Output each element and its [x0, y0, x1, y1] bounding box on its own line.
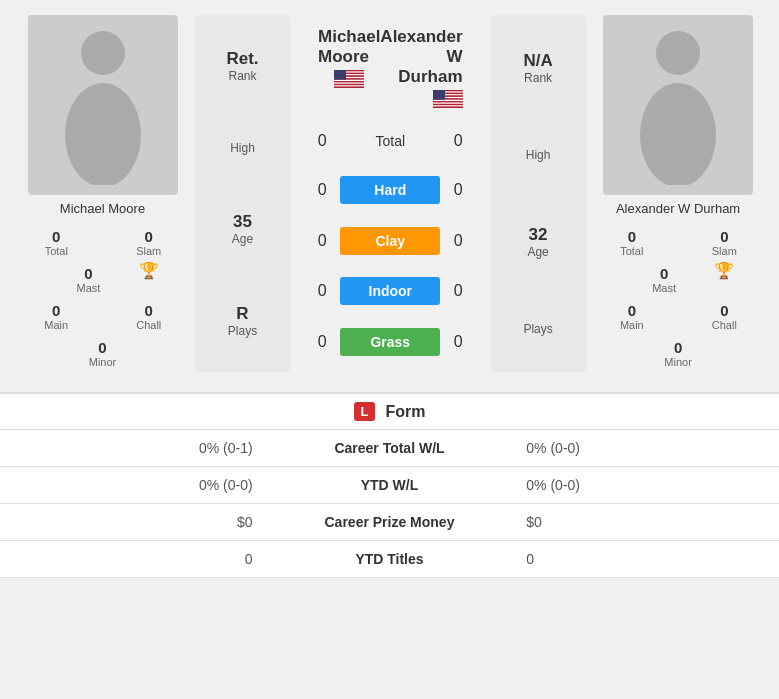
clay-button[interactable]: Clay [340, 227, 440, 255]
player1-silhouette [53, 25, 153, 185]
svg-rect-14 [334, 87, 364, 88]
svg-rect-9 [334, 80, 364, 81]
player1-main-box: 0 Main [10, 298, 103, 335]
center-panel: Ret. Rank High 35 Age R Plays Michael Mo… [195, 15, 586, 372]
svg-point-31 [640, 83, 716, 185]
grass-p1-score: 0 [312, 333, 332, 351]
player2-rank-value: N/A [523, 51, 552, 71]
svg-rect-26 [433, 104, 463, 105]
player1-minor-box: 0 Minor [56, 335, 149, 372]
player1-high-label: High [230, 141, 255, 155]
hard-p1-score: 0 [312, 181, 332, 199]
player1-photo [28, 15, 178, 195]
indoor-p2-score: 0 [448, 282, 468, 300]
svg-point-30 [656, 31, 700, 75]
svg-rect-25 [433, 103, 463, 104]
indoor-button[interactable]: Indoor [340, 277, 440, 305]
prize-p2: $0 [506, 504, 779, 541]
svg-rect-23 [433, 100, 463, 101]
player1-chall-box: 0 Chall [103, 298, 196, 335]
player2-name-header: Alexander W Durham [380, 27, 462, 108]
player1-center-name: Michael Moore [318, 27, 380, 67]
player2-chall-label: Chall [712, 319, 737, 331]
player1-rank-label: Rank [228, 69, 256, 83]
player2-rank-label: Rank [524, 71, 552, 85]
prize-row: $0 Career Prize Money $0 [0, 504, 779, 541]
player1-age-item: 35 Age [232, 212, 253, 246]
svg-rect-13 [334, 85, 364, 86]
prize-p1: $0 [0, 504, 273, 541]
player1-age-label: Age [232, 232, 253, 246]
grass-button[interactable]: Grass [340, 328, 440, 356]
ytd-wl-p2: 0% (0-0) [506, 467, 779, 504]
player2-high-item: High [526, 148, 551, 162]
player2-minor-value: 0 [674, 339, 682, 356]
surface-panel: Michael Moore [298, 15, 483, 372]
trophy-icon: 🏆 [139, 261, 159, 280]
player2-flag [433, 90, 463, 108]
titles-label: YTD Titles [273, 541, 507, 578]
player1-main-value: 0 [52, 302, 60, 319]
player1-chall-value: 0 [145, 302, 153, 319]
indoor-row: 0 Indoor 0 [298, 277, 483, 305]
player2-plays-label: Plays [523, 322, 552, 336]
titles-row: 0 YTD Titles 0 [0, 541, 779, 578]
hard-button[interactable]: Hard [340, 176, 440, 204]
svg-rect-10 [334, 81, 364, 82]
player1-plays-value: R [236, 304, 248, 324]
career-wl-label: Career Total W/L [273, 430, 507, 467]
player1-plays-label: Plays [228, 324, 257, 338]
grass-p2-score: 0 [448, 333, 468, 351]
player2-plays-item: Plays [523, 322, 552, 336]
player2-stats-panel: N/A Rank High 32 Age Plays [491, 15, 586, 372]
player1-minor-label: Minor [89, 356, 117, 368]
player1-main-label: Main [44, 319, 68, 331]
career-wl-p2: 0% (0-0) [506, 430, 779, 467]
player2-age-item: 32 Age [527, 225, 548, 259]
total-row: 0 Total 0 [298, 132, 483, 150]
player1-flag [334, 70, 364, 88]
player2-total-box: 0 Total [586, 224, 679, 261]
player2-chall-value: 0 [720, 302, 728, 319]
total-p2-score: 0 [448, 132, 468, 150]
form-badge: L [354, 402, 376, 421]
player2-main-label: Main [620, 319, 644, 331]
player2-silhouette [628, 25, 728, 185]
svg-rect-11 [334, 83, 364, 84]
clay-p1-score: 0 [312, 232, 332, 250]
svg-rect-12 [334, 84, 364, 85]
form-table: 0% (0-1) Career Total W/L 0% (0-0) 0% (0… [0, 430, 779, 578]
player1-mast-box: 0 Mast [42, 261, 135, 298]
svg-point-0 [81, 31, 125, 75]
player1-age-value: 35 [233, 212, 252, 232]
player1-slam-box: 0 Slam [103, 224, 196, 261]
player1-total-value: 0 [52, 228, 60, 245]
clay-row: 0 Clay 0 [298, 227, 483, 255]
player2-high-label: High [526, 148, 551, 162]
player2-trophy-box: 🏆 [710, 261, 738, 298]
clay-p2-score: 0 [448, 232, 468, 250]
player2-minor-label: Minor [664, 356, 692, 368]
svg-point-1 [65, 83, 141, 185]
player2-total-value: 0 [628, 228, 636, 245]
player1-name-header: Michael Moore [318, 27, 380, 88]
player1-stats: 0 Total 0 Slam 0 Mast 🏆 0 Main 0 Chall [10, 224, 195, 372]
total-p1-score: 0 [312, 132, 332, 150]
trophy2-icon: 🏆 [714, 261, 734, 280]
player2-slam-value: 0 [720, 228, 728, 245]
player1-name: Michael Moore [60, 201, 145, 216]
player1-rank-value: Ret. [226, 49, 258, 69]
player1-rank-item: Ret. Rank [226, 49, 258, 83]
player2-minor-box: 0 Minor [632, 335, 725, 372]
player1-slam-label: Slam [136, 245, 161, 257]
ytd-wl-label: YTD W/L [273, 467, 507, 504]
player2-age-value: 32 [529, 225, 548, 245]
player1-stats-panel: Ret. Rank High 35 Age R Plays [195, 15, 290, 372]
player1-slam-value: 0 [145, 228, 153, 245]
svg-rect-29 [433, 90, 445, 100]
titles-p2: 0 [506, 541, 779, 578]
player2-age-label: Age [527, 245, 548, 259]
player1-mast-value: 0 [84, 265, 92, 282]
grass-row: 0 Grass 0 [298, 328, 483, 356]
player1-card: Michael Moore 0 Total 0 Slam 0 Mast 🏆 0 … [10, 15, 195, 372]
